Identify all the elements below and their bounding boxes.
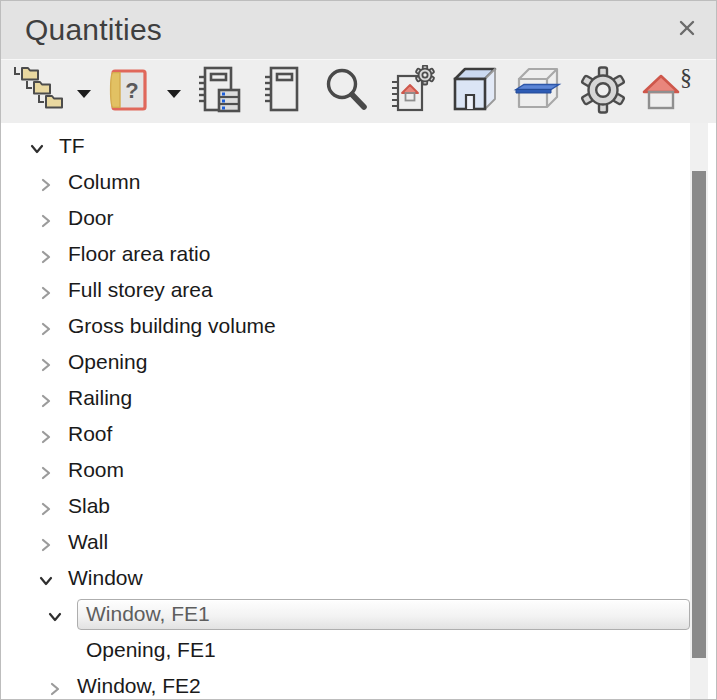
tree-row[interactable]: Slab xyxy=(1,488,686,524)
tree-row[interactable]: Roof xyxy=(1,416,686,452)
tree-row[interactable]: Wall xyxy=(1,524,686,560)
search-icon xyxy=(322,65,372,119)
tree-row[interactable]: Room xyxy=(1,452,686,488)
tree-row[interactable]: TF xyxy=(1,128,686,164)
chevron-right-icon[interactable] xyxy=(38,318,54,334)
regulations-button[interactable]: § xyxy=(641,64,693,120)
chevron-right-icon[interactable] xyxy=(38,462,54,478)
chevron-right-icon[interactable] xyxy=(38,426,54,442)
tree-item-label: Door xyxy=(68,206,114,230)
chevron-right-icon[interactable] xyxy=(38,498,54,514)
house-paragraph-icon: § xyxy=(638,65,696,119)
tree-item-label: Floor area ratio xyxy=(68,242,210,266)
chevron-right-icon[interactable] xyxy=(38,210,54,226)
tree-item-label: Room xyxy=(68,458,124,482)
tree-row[interactable]: Floor area ratio xyxy=(1,236,686,272)
tree-row[interactable]: Opening, FE1 xyxy=(1,632,686,668)
catalog-settings-button[interactable] xyxy=(385,64,437,120)
chevron-right-icon[interactable] xyxy=(38,534,54,550)
chevron-down-icon[interactable] xyxy=(77,90,91,98)
gear-icon xyxy=(578,65,628,119)
tree-item-label: Column xyxy=(68,170,140,194)
tree-row[interactable]: Window, FE1 xyxy=(1,596,690,632)
tree-row[interactable]: Column xyxy=(1,164,686,200)
chevron-right-icon[interactable] xyxy=(38,282,54,298)
panel-title: Quantities xyxy=(25,13,672,47)
tree-row[interactable]: Railing xyxy=(1,380,686,416)
tree-row[interactable]: Window xyxy=(1,560,686,596)
svg-text:?: ? xyxy=(125,78,138,103)
close-icon xyxy=(677,18,697,42)
toolbar: ? xyxy=(1,59,716,123)
tree-item-label: Opening xyxy=(68,350,147,374)
svg-text:§: § xyxy=(680,65,692,90)
report-database-button[interactable] xyxy=(193,64,245,120)
tree-item-label: Gross building volume xyxy=(68,314,276,338)
quantities-panel: Quantities xyxy=(0,0,717,700)
notebook-icon xyxy=(261,65,305,119)
chevron-right-icon[interactable] xyxy=(38,246,54,262)
chevron-down-icon[interactable] xyxy=(47,606,63,622)
cube-door-icon xyxy=(449,66,501,118)
tree-item-label: Roof xyxy=(68,422,112,446)
tree-row[interactable]: Full storey area xyxy=(1,272,686,308)
building-model-button[interactable] xyxy=(449,64,501,120)
book-question-icon: ? xyxy=(106,67,152,117)
catalog-book-button[interactable]: ? xyxy=(103,64,155,120)
cube-slab-icon xyxy=(513,66,565,118)
notebook-gear-icon xyxy=(386,65,436,119)
chevron-right-icon[interactable] xyxy=(38,174,54,190)
chevron-right-icon[interactable] xyxy=(38,354,54,370)
tree-item-label: Slab xyxy=(68,494,110,518)
tree-item-label: Wall xyxy=(68,530,108,554)
close-button[interactable] xyxy=(672,15,702,45)
chevron-down-icon[interactable] xyxy=(29,138,45,154)
tree: TF Column Door xyxy=(1,123,716,699)
tree-item-label: Opening, FE1 xyxy=(86,638,216,662)
scrollbar-thumb[interactable] xyxy=(692,171,706,658)
scrollbar[interactable] xyxy=(690,123,708,699)
chevron-down-icon[interactable] xyxy=(38,570,54,586)
tree-item-label: Window, FE1 xyxy=(77,599,690,630)
tree-item-label: Window xyxy=(68,566,143,590)
tree-row[interactable]: Opening xyxy=(1,344,686,380)
tree-item-label: TF xyxy=(59,134,85,158)
settings-button[interactable] xyxy=(577,64,629,120)
chevron-down-icon[interactable] xyxy=(167,90,181,98)
notebook-database-icon xyxy=(195,65,243,119)
titlebar: Quantities xyxy=(1,1,716,59)
tree-row[interactable]: Door xyxy=(1,200,686,236)
tree-row[interactable]: Window, FE2 xyxy=(1,668,686,699)
tree-item-label: Full storey area xyxy=(68,278,213,302)
report-button[interactable] xyxy=(257,64,309,120)
tree-row[interactable]: Gross building volume xyxy=(1,308,686,344)
chevron-right-icon[interactable] xyxy=(38,390,54,406)
chevron-right-icon[interactable] xyxy=(47,678,63,694)
indent-spacer xyxy=(56,642,72,658)
search-button[interactable] xyxy=(321,64,373,120)
slab-model-button[interactable] xyxy=(513,64,565,120)
folder-hierarchy-icon xyxy=(11,65,67,119)
hierarchy-button[interactable] xyxy=(13,64,65,120)
tree-item-label: Window, FE2 xyxy=(77,674,201,698)
tree-item-label: Railing xyxy=(68,386,132,410)
